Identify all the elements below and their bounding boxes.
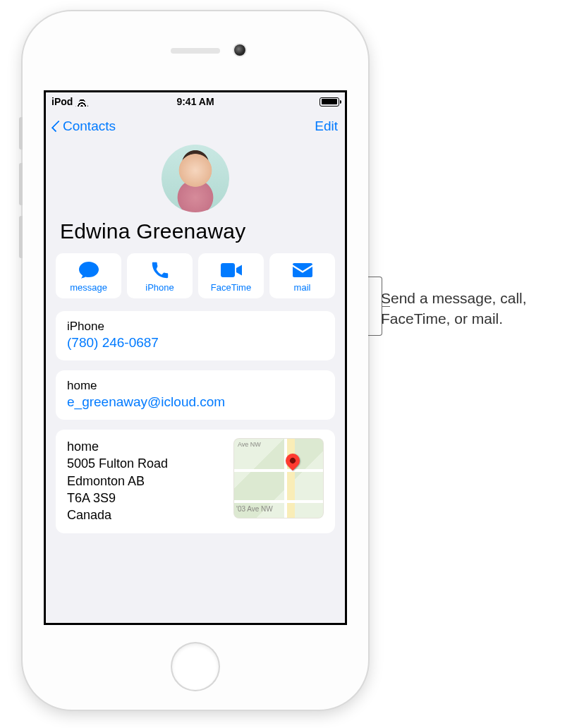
email-label: home <box>67 379 324 393</box>
wifi-icon <box>75 97 88 107</box>
map-street-top: Ave NW <box>238 441 261 448</box>
contact-header: Edwina Greenaway <box>46 142 345 253</box>
mail-icon <box>293 260 312 280</box>
map-pin-icon <box>283 451 303 471</box>
callout-text: Send a message, call, FaceTime, or mail. <box>381 288 564 329</box>
device-frame: iPod 9:41 AM Contacts Edit Edwina Greena… <box>23 11 368 710</box>
edit-button[interactable]: Edit <box>315 119 338 134</box>
home-button[interactable] <box>172 643 219 690</box>
callout-bracket <box>368 277 382 336</box>
speaker-grille <box>171 48 220 54</box>
screen: iPod 9:41 AM Contacts Edit Edwina Greena… <box>44 90 347 625</box>
phone-card[interactable]: iPhone (780) 246-0687 <box>56 311 335 360</box>
address-label: home <box>67 438 225 455</box>
map-thumbnail[interactable]: Ave NW '03 Ave NW <box>233 438 324 518</box>
back-button[interactable]: Contacts <box>53 119 116 134</box>
info-cards: iPhone (780) 246-0687 home e_greenaway@i… <box>46 308 345 547</box>
contact-avatar[interactable] <box>162 145 229 212</box>
phone-icon <box>152 260 169 280</box>
mute-switch <box>19 117 23 150</box>
phone-label: iPhone <box>67 320 324 334</box>
chevron-left-icon <box>51 121 63 133</box>
nav-bar: Contacts Edit <box>46 111 345 142</box>
message-icon <box>78 260 99 280</box>
map-street-bottom: '03 Ave NW <box>236 505 273 513</box>
email-value: e_greenaway@icloud.com <box>67 394 324 410</box>
device-label: iPod <box>51 96 73 107</box>
address-line4: Canada <box>67 506 225 523</box>
callout-line2: FaceTime, or mail. <box>381 308 564 329</box>
message-label: message <box>70 282 107 293</box>
email-card[interactable]: home e_greenaway@icloud.com <box>56 370 335 420</box>
address-line3: T6A 3S9 <box>67 490 225 506</box>
back-label: Contacts <box>63 119 116 134</box>
status-time: 9:41 AM <box>46 96 345 107</box>
address-line1: 5005 Fulton Road <box>67 455 225 472</box>
contact-name: Edwina Greenaway <box>59 219 332 243</box>
action-row: message iPhone FaceTime mail <box>46 253 345 308</box>
callout-line1: Send a message, call, <box>381 288 564 308</box>
address-card[interactable]: home 5005 Fulton Road Edmonton AB T6A 3S… <box>56 430 335 533</box>
phone-value: (780) 246-0687 <box>67 335 324 351</box>
call-label: iPhone <box>145 282 174 293</box>
front-camera <box>234 44 245 56</box>
battery-icon <box>320 97 339 107</box>
address-text: home 5005 Fulton Road Edmonton AB T6A 3S… <box>67 438 225 523</box>
mail-label: mail <box>294 282 311 293</box>
facetime-label: FaceTime <box>211 282 251 293</box>
message-button[interactable]: message <box>56 253 121 298</box>
volume-down-button <box>19 216 23 258</box>
status-bar: iPod 9:41 AM <box>46 92 345 111</box>
facetime-button[interactable]: FaceTime <box>198 253 264 298</box>
volume-up-button <box>19 163 23 205</box>
video-icon <box>221 260 242 280</box>
mail-button[interactable]: mail <box>269 253 335 298</box>
address-line2: Edmonton AB <box>67 473 225 490</box>
call-button[interactable]: iPhone <box>127 253 193 298</box>
